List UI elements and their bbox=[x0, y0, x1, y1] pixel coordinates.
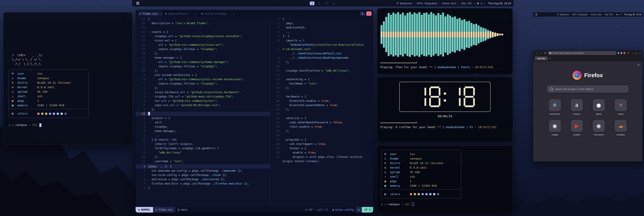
star bbox=[301, 9, 301, 9]
newtab-search-input[interactable]: Search with Google or enter address bbox=[547, 85, 629, 93]
tab-label: flake.nix bbox=[142, 12, 157, 15]
playing-text: Playing: bbox=[380, 125, 396, 129]
visualizer-bar bbox=[390, 15, 392, 55]
workspace-button-4[interactable]: 4 bbox=[331, 2, 336, 5]
close-button[interactable]: × bbox=[639, 52, 640, 54]
code-line: 12 url = "github:nix-community/home-mana… bbox=[136, 60, 270, 64]
code-text: nixpkgs-f2k.url = "github:moni-dz/nixpkg… bbox=[148, 94, 234, 99]
code-line: 23 sudo.wheelNeedsPassword = false; bbox=[270, 120, 373, 125]
personalize-gear-icon[interactable]: ⚙ bbox=[637, 63, 640, 67]
code-line: 28 ssh.startAgent = true; bbox=[270, 142, 373, 146]
code-text: sops-nix.url = "github:Mic92/sops-nix"; bbox=[148, 103, 220, 107]
status-item[interactable]: GPU: Integrated bbox=[417, 2, 437, 5]
shortcut-tiles: ❄search.nixosaamazon●github✳claude◉chatg… bbox=[544, 99, 632, 136]
tab-close-icon[interactable]: × bbox=[233, 12, 234, 15]
code-text: pkgs, bbox=[282, 21, 294, 26]
buffer-pin-button[interactable]: ◉ bbox=[360, 12, 365, 16]
status-item[interactable]: Home: 6ms bbox=[590, 13, 602, 16]
terminal-window[interactable]: / \(0)> _ _\/ \_/\/ \ \ / \/ \ /_/ \_\ \… bbox=[3, 12, 132, 145]
star bbox=[78, 7, 78, 7]
line-number: 10 bbox=[136, 155, 148, 159]
line-number: 21 bbox=[270, 112, 282, 116]
url-bar[interactable]: Search with Google or enter address bbox=[548, 51, 616, 55]
code-line: 21 description = "tux's NixOS Flake"; bbox=[136, 21, 270, 26]
workspace-button-3[interactable]: 3 bbox=[324, 2, 329, 5]
editor-tab[interactable]: ❄hosts/isoImag...× bbox=[199, 11, 236, 16]
digit-segment bbox=[465, 96, 474, 98]
uptime-icon: ◷ bbox=[12, 90, 18, 94]
code-text: "${modulesPath}/installer/cd-dvd/install… bbox=[282, 43, 364, 47]
status-item[interactable]: Home: 8ms bbox=[442, 2, 456, 5]
fetch-panel[interactable]: ☻usertux⌂hnamecanopus❄distroNixOS 24.11 … bbox=[377, 146, 513, 213]
home-icon: ⌂ bbox=[384, 157, 390, 160]
workspace-button-1[interactable]: 1 bbox=[310, 2, 314, 5]
visualizer-panel[interactable]: =====================> Playing: ffee for… bbox=[377, 8, 513, 74]
code-line: 18 nixpkgs.url = "github:nixos/nixpkgs/n… bbox=[136, 34, 270, 38]
status-item[interactable]: Bat: 100 bbox=[605, 13, 613, 16]
clipboard-icon[interactable]: ◆ bbox=[616, 13, 618, 16]
status-item[interactable]: Bat: 100 bbox=[461, 2, 472, 5]
tray-secondary: ♪◆▴☾ bbox=[614, 13, 622, 16]
fetch-value: 1 bbox=[410, 179, 412, 183]
status-item[interactable]: P: Balanced bbox=[557, 13, 569, 16]
prompt-path: ~ bbox=[400, 203, 405, 206]
statusline-filename: ❄flake.nix bbox=[153, 207, 175, 212]
extension-icon[interactable] bbox=[618, 52, 619, 54]
pane-flake[interactable]: 22{21 description = "tux's NixOS Flake";… bbox=[136, 16, 270, 164]
line-number: 16 bbox=[136, 43, 148, 47]
editor-tab[interactable]: ❄pkgs/default...× bbox=[163, 11, 199, 16]
back-button[interactable]: ‹ bbox=[535, 52, 538, 55]
extension-icon[interactable] bbox=[624, 52, 625, 54]
shortcut-cloudflare[interactable]: ☁cloudflare bbox=[615, 120, 627, 136]
app-launcher-button[interactable] bbox=[536, 14, 537, 15]
color-dot bbox=[410, 193, 412, 195]
music-icon[interactable]: ♪ bbox=[614, 13, 615, 16]
menu-button[interactable]: ≡ bbox=[626, 52, 630, 55]
pane-pkgs[interactable]: 1{pkgs, ...}: {1 tux-awesome-wm-config =… bbox=[136, 164, 270, 207]
tab-close-icon[interactable]: × bbox=[159, 12, 161, 15]
minimize-button[interactable]: – bbox=[632, 52, 633, 54]
shortcut-chatgpt[interactable]: ◉chatgpt bbox=[549, 120, 561, 136]
status-item[interactable]: P: Balanced bbox=[397, 2, 412, 5]
clock-widget[interactable]: Thu Aug 08, 18:18 bbox=[624, 13, 642, 16]
tab-close-icon[interactable]: × bbox=[195, 12, 197, 15]
shortcut-chat-openai[interactable]: ◉chat.openai bbox=[593, 120, 605, 136]
shortcut-search-nixos[interactable]: ❄search.nixos bbox=[549, 99, 561, 115]
updates-icon[interactable]: ▴ bbox=[481, 2, 482, 5]
maximize-button[interactable]: ▢ bbox=[635, 52, 637, 54]
code-text bbox=[148, 112, 150, 116]
status-item[interactable]: GPU: Integrated bbox=[572, 13, 588, 16]
night-light-icon[interactable]: ☾ bbox=[621, 13, 622, 16]
line-number: 1 bbox=[270, 17, 282, 21]
new-tab-button[interactable]: + bbox=[549, 57, 551, 60]
extension-icon[interactable] bbox=[620, 52, 622, 54]
forward-button[interactable]: › bbox=[539, 52, 542, 55]
window-close-button[interactable]: × bbox=[366, 12, 372, 16]
code-line: 7 inputs.nixpkgs.follows = "nixpkgs"; bbox=[136, 82, 270, 86]
line-number: 7 bbox=[136, 82, 148, 86]
updates-icon[interactable]: ▴ bbox=[619, 13, 620, 16]
neovim-window[interactable]: ❄flake.nix×❄pkgs/default...×❄hosts/isoIm… bbox=[136, 10, 373, 212]
fetch-value: 1946 | 15394 MiB bbox=[410, 184, 437, 187]
workspace-button-2[interactable]: 2 bbox=[317, 2, 322, 5]
reload-button[interactable]: ↻ bbox=[544, 52, 546, 55]
clock-panel[interactable]: 08/08/24 =====================> Playing:… bbox=[377, 77, 513, 142]
line-number: 5 bbox=[136, 133, 148, 137]
pane-hosts[interactable]: 1{2 pkgs,3 modulesPath,4 ...5}: {6 impor… bbox=[270, 16, 373, 207]
tile-icon: ❄ bbox=[549, 99, 561, 111]
shortcut-amazon[interactable]: aamazon bbox=[571, 99, 583, 115]
app-launcher-button[interactable] bbox=[136, 2, 139, 5]
now-playing-1: Playing: ffee for your head) ** ♫ beabad… bbox=[380, 66, 510, 69]
shortcut-youtube[interactable]: ▶youtube bbox=[571, 120, 583, 136]
music-icon[interactable]: ♪ bbox=[474, 2, 475, 5]
clock-widget[interactable]: Thu Aug 08, 18:18 bbox=[488, 2, 511, 5]
tab-new-tab[interactable]: New Tab bbox=[535, 57, 548, 60]
shortcut-github[interactable]: ●github bbox=[593, 99, 605, 115]
firefox-window[interactable]: ‹ › ↻ Search with Google or enter addres… bbox=[533, 50, 642, 161]
shortcut-claude[interactable]: ✳claude bbox=[615, 99, 627, 115]
clipboard-icon[interactable]: ◆ bbox=[477, 2, 479, 5]
line-number: 7 bbox=[270, 47, 282, 51]
tile-label: chatgpt bbox=[552, 134, 558, 136]
night-light-icon[interactable]: ☾ bbox=[484, 2, 486, 5]
editor-tab[interactable]: ❄flake.nix× bbox=[137, 11, 163, 16]
